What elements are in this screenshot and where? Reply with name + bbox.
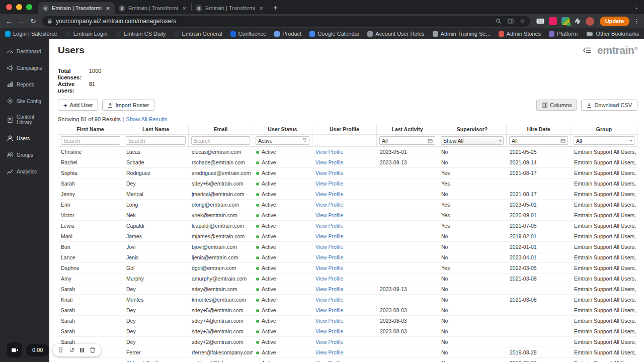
view-profile-link[interactable]: View Profile — [315, 149, 343, 155]
last-activity-filter[interactable]: All — [379, 136, 435, 145]
browser-tab-2[interactable]: e Emtrain | Transforming Workp... × — [115, 2, 191, 14]
sidebar-item-dashboard[interactable]: Dashboard — [0, 44, 49, 58]
column-header[interactable]: User Profile — [312, 125, 377, 134]
bookmark-item[interactable]: Emtrain Login — [65, 31, 108, 37]
zoom-window-button[interactable] — [26, 4, 32, 10]
view-profile-link[interactable]: View Profile — [315, 360, 343, 362]
email-filter-input[interactable] — [191, 136, 250, 145]
keyboard-extension-icon[interactable] — [536, 18, 544, 24]
recorder-camera-button[interactable] — [7, 342, 22, 357]
view-profile-link[interactable]: View Profile — [315, 286, 343, 292]
new-tab-button[interactable]: + — [273, 3, 278, 12]
view-profile-link[interactable]: View Profile — [315, 191, 343, 197]
table-row[interactable]: Mani James mjames@emtrain.com Active Vie… — [58, 231, 637, 242]
column-header[interactable]: First Name — [58, 125, 123, 134]
view-profile-link[interactable]: View Profile — [315, 307, 343, 313]
puzzle-extensions-icon[interactable] — [574, 18, 581, 25]
supervisor-filter-select[interactable]: Show All ▾ — [441, 136, 504, 145]
chrome-update-button[interactable]: Update — [600, 17, 629, 26]
view-profile-link[interactable]: View Profile — [315, 265, 343, 271]
side-panel-icon[interactable] — [508, 18, 514, 24]
bookmark-item[interactable]: Account User Roles — [367, 31, 424, 37]
tab-close-icon[interactable]: × — [105, 5, 111, 12]
table-row[interactable]: Bon Jovi bjovi@emtrain.com Active View P… — [58, 242, 637, 252]
view-profile-link[interactable]: View Profile — [315, 254, 343, 260]
minimize-window-button[interactable] — [16, 4, 22, 10]
first-name-filter-input[interactable] — [61, 136, 120, 145]
view-profile-link[interactable]: View Profile — [315, 233, 343, 239]
reload-icon[interactable]: ↻ — [27, 17, 39, 25]
table-row[interactable]: Daphne Gol dgol@emtrain.com Active View … — [58, 263, 637, 274]
column-header[interactable]: Last Name — [123, 125, 189, 134]
column-header[interactable]: Hire Date — [507, 125, 571, 134]
sidebar-item-campaigns[interactable]: Campaigns — [0, 61, 49, 75]
view-profile-link[interactable]: View Profile — [315, 349, 343, 355]
table-row[interactable]: Sarah Dey sdey+5@emtrain.com Active View… — [58, 305, 637, 316]
table-row[interactable]: Sarah Dey sdey+4@emtrain.com Active View… — [58, 316, 637, 326]
table-row[interactable]: Rose Ferrer rferrer@fakecompany.com Acti… — [58, 347, 637, 358]
column-header[interactable]: Email — [189, 125, 253, 134]
bookmark-item[interactable]: Confluence — [230, 31, 267, 37]
hire-date-filter[interactable]: All — [509, 136, 568, 145]
search-icon[interactable] — [496, 18, 502, 24]
table-row[interactable]: Lance Jenis ljenis@emtrain.com Active Vi… — [58, 252, 637, 263]
sidebar-item-content-library[interactable]: Content Library — [0, 111, 49, 129]
bookmark-star-icon[interactable]: ☆ — [520, 18, 525, 25]
view-profile-link[interactable]: View Profile — [315, 223, 343, 229]
bookmark-item[interactable]: Admin Training Se... — [433, 31, 491, 37]
view-profile-link[interactable]: View Profile — [315, 170, 343, 176]
browser-tab-3[interactable]: e Emtrain | Transforming Workp... × — [192, 2, 268, 14]
view-profile-link[interactable]: View Profile — [315, 297, 343, 303]
bookmark-item[interactable]: Platform Events D... — [549, 31, 578, 37]
table-row[interactable]: Sophia Rodriguez srodriguez@emtrain.com … — [58, 168, 637, 178]
view-profile-link[interactable]: View Profile — [315, 202, 343, 208]
show-all-results-link[interactable]: Show All Results — [126, 116, 168, 122]
sidebar-item-site-config[interactable]: Site Config — [0, 94, 49, 108]
bookmark-item[interactable]: Product — [274, 31, 301, 37]
column-header[interactable]: User Status — [253, 125, 312, 134]
delete-recording-icon[interactable] — [90, 347, 96, 353]
pause-recording-button[interactable] — [80, 348, 84, 352]
columns-button[interactable]: Columns — [536, 100, 577, 111]
table-row[interactable]: Jenny Merical jmerical@emtrain.com Activ… — [58, 189, 637, 200]
view-profile-link[interactable]: View Profile — [315, 180, 343, 187]
tab-search-icon[interactable]: ⌄ — [634, 4, 644, 11]
view-profile-link[interactable]: View Profile — [315, 328, 343, 334]
sidebar-item-reports[interactable]: Reports — [0, 77, 49, 92]
sidebar-item-users[interactable]: Users — [0, 131, 49, 145]
collapse-sidebar-icon[interactable] — [583, 47, 591, 53]
last-name-filter-input[interactable] — [126, 136, 186, 145]
table-row[interactable]: Victor Nek vnek@emtrain.com Active View … — [58, 210, 637, 221]
table-row[interactable]: Erin Long elong@emtrain.com Active View … — [58, 200, 637, 210]
view-profile-link[interactable]: View Profile — [315, 159, 343, 165]
table-row[interactable]: Lewis Capaldi lcapaldi@emtrain.com Activ… — [58, 221, 637, 231]
add-user-button[interactable]: + Add User — [58, 100, 98, 111]
sidebar-item-analytics[interactable]: Analytics — [0, 164, 49, 178]
download-csv-button[interactable]: Download CSV — [581, 100, 637, 111]
lock-icon[interactable] — [47, 18, 52, 24]
table-row[interactable]: Sarah Dey sdey@emtrain.com Active View P… — [58, 284, 637, 295]
sidebar-item-groups[interactable]: Groups — [0, 148, 49, 162]
profile-avatar[interactable] — [586, 17, 594, 26]
table-row[interactable]: Christine Lucas clucas@emtrain.com Activ… — [58, 147, 637, 157]
bookmark-item[interactable]: Login | Salesforce — [5, 31, 57, 37]
user-status-filter[interactable]: Active — [256, 136, 309, 145]
back-icon[interactable]: ← — [3, 17, 15, 25]
other-bookmarks-button[interactable]: Other Bookmarks — [586, 31, 639, 37]
restart-recording-icon[interactable]: ↺ — [69, 347, 74, 353]
table-row[interactable]: Abhoud-Smith aabhoud@fakecompany.com Act… — [58, 358, 637, 362]
drag-handle-icon[interactable] — [58, 346, 63, 353]
close-window-button[interactable] — [6, 4, 12, 10]
column-header[interactable]: Last Activity — [377, 125, 438, 134]
import-roster-button[interactable]: Import Roster — [102, 100, 154, 111]
bookmark-item[interactable]: Admin Stories — [499, 31, 541, 37]
table-row[interactable]: Sarah Dey sdey+2@emtrain.com Active View… — [58, 337, 637, 347]
table-row[interactable]: Sarah Dey sdey+6@emtrain.com Active View… — [58, 178, 637, 189]
browser-menu-icon[interactable]: ⋮ — [632, 18, 641, 25]
tab-close-icon[interactable]: × — [181, 5, 187, 12]
bookmark-item[interactable]: Emtrain General — [174, 31, 222, 37]
column-header[interactable]: Group — [571, 125, 637, 134]
extension-icon[interactable] — [561, 17, 570, 25]
table-row[interactable]: Sarah Dey sdey+3@emtrain.com Active View… — [58, 326, 637, 337]
tab-close-icon[interactable]: × — [258, 5, 264, 12]
